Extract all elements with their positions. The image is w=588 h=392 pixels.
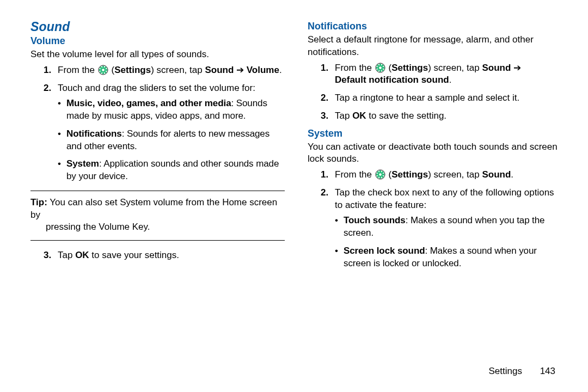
tip-label: Tip: [30,197,47,207]
text-bold: Settings [114,65,151,75]
text-bold: Settings [391,169,428,180]
notifications-step-3: Tap OK to save the setting. [335,110,562,122]
text: to save your settings. [89,250,179,260]
system-bullets: Touch sounds: Makes a sound when you tap… [335,215,562,270]
notifications-step-2: Tap a ringtone to hear a sample and sele… [335,92,562,105]
text: Tap [58,250,75,260]
text-bold: Touch sounds [344,215,406,225]
system-step-1: From the (Settings) screen, tap Sound. [335,169,562,181]
tip-box: Tip: You can also set System volume from… [30,191,285,241]
text: From the [335,169,375,180]
text: . [511,169,513,180]
text-bold: Sound [482,169,511,180]
svg-point-5 [379,66,382,69]
text: Tap [335,111,352,121]
arrow: ➔ [234,65,246,75]
text-bold: OK [352,111,366,121]
volume-bullets: Music, video, games, and other media: So… [58,97,285,183]
list-item: System: Application sounds and other sou… [58,158,285,183]
tip-text-line2: pressing the Volume Key. [30,221,283,234]
text-bold: Settings [391,63,428,73]
list-item: Music, video, games, and other media: So… [58,97,285,122]
svg-point-2 [102,69,105,71]
volume-step-1: From the (Settings) screen, tap Sound ➔ … [58,64,285,77]
list-item: Notifications: Sounds for alerts to new … [58,128,285,153]
notifications-intro: Select a default ringtone for message, a… [308,34,562,59]
arrow: ➔ [511,63,521,73]
text: to save the setting. [366,111,446,121]
volume-step-2: Touch and drag the sliders to set the vo… [58,82,285,183]
text-bold: Sound [205,65,234,75]
heading-notifications: Notifications [308,21,562,32]
text: Touch and drag the sliders to set the vo… [58,83,255,93]
heading-system: System [308,128,562,139]
manual-page: Sound Volume Set the volume level for al… [0,0,588,392]
footer-page-number: 143 [540,366,555,376]
text-bold: Sound [482,63,511,73]
text: ) screen, tap [428,63,482,73]
svg-point-8 [379,173,382,176]
settings-icon [375,63,385,73]
tip-text: You can also set System volume from the … [30,197,277,220]
system-steps: From the (Settings) screen, tap Sound. T… [308,169,562,270]
text-bold: Volume [247,65,279,75]
text-bold: OK [75,250,89,260]
text-bold: System [66,158,99,169]
text-bold: Default notification sound [335,75,449,85]
page-footer: Settings 143 [488,366,555,377]
list-item: Screen lock sound: Makes a sound when yo… [335,245,562,270]
text-bold: Notifications [66,128,122,139]
text: Tap the check box next to any of the fol… [335,187,554,210]
system-step-2: Tap the check box next to any of the fol… [335,187,562,270]
text: From the [58,65,97,75]
heading-volume: Volume [30,35,285,47]
text-bold: Music, video, games, and other media [66,98,231,108]
text: ) screen, tap [428,169,482,180]
volume-intro: Set the volume level for all types of so… [30,48,285,61]
right-column: Notifications Select a default ringtone … [308,20,562,376]
text: ) screen, tap [151,65,205,75]
left-column: Sound Volume Set the volume level for al… [30,20,285,376]
settings-icon [98,65,108,75]
list-item: Touch sounds: Makes a sound when you tap… [335,215,562,240]
volume-steps: From the (Settings) screen, tap Sound ➔ … [30,64,285,183]
text-bold: Screen lock sound [344,246,425,256]
volume-steps-cont: Tap OK to save your settings. [30,249,285,262]
text: Tap a ringtone to hear a sample and sele… [335,93,519,103]
volume-step-3: Tap OK to save your settings. [58,249,285,262]
text: From the [335,63,375,73]
settings-icon [375,169,385,180]
notifications-steps: From the (Settings) screen, tap Sound ➔ … [308,62,562,122]
text: . [449,75,452,85]
footer-section: Settings [488,366,522,376]
text: . [279,65,282,75]
system-intro: You can activate or deactivate both touc… [308,141,562,166]
heading-sound: Sound [30,20,285,34]
notifications-step-1: From the (Settings) screen, tap Sound ➔ … [335,62,562,87]
